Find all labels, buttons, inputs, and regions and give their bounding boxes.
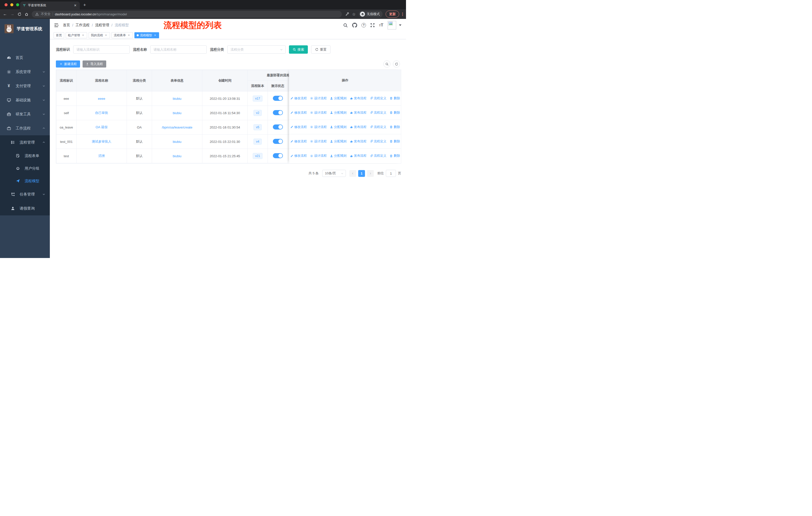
prev-page-button[interactable] xyxy=(349,170,356,177)
sidebar-item-user-group[interactable]: 用户分组 xyxy=(0,162,50,174)
next-page-button[interactable] xyxy=(367,170,374,177)
sidebar-item-workflow[interactable]: 工作流程 xyxy=(0,121,50,135)
minimize-window-button[interactable] xyxy=(10,3,13,6)
form-info-link[interactable]: biubiu xyxy=(173,154,181,158)
close-window-button[interactable] xyxy=(4,3,7,6)
new-tab-button[interactable]: + xyxy=(83,2,86,8)
avatar-caret-icon[interactable] xyxy=(399,24,402,26)
form-info-link[interactable]: biubiu xyxy=(173,97,181,101)
action-delete[interactable]: 删除 xyxy=(389,96,400,101)
close-icon[interactable]: × xyxy=(127,33,130,37)
reload-icon[interactable] xyxy=(18,12,21,16)
search-button[interactable]: 搜索 xyxy=(289,45,308,54)
page-number-button[interactable]: 1 xyxy=(358,170,365,177)
action-design-process[interactable]: 设计流程 xyxy=(310,125,327,129)
address-bar[interactable]: 不安全 dashboard.yudao.iocoder.cn/bpm/manag… xyxy=(32,11,342,18)
action-assign-rule[interactable]: 分配规则 xyxy=(330,111,347,115)
toggle-search-button[interactable] xyxy=(383,60,390,67)
avatar[interactable] xyxy=(388,21,396,29)
action-edit-process[interactable]: 修改流程 xyxy=(290,111,307,115)
tag-process-model[interactable]: 流程模型× xyxy=(135,32,159,38)
tag-tenant-mgmt[interactable]: 租户管理× xyxy=(66,32,87,38)
action-publish-process[interactable]: 发布流程 xyxy=(350,139,367,144)
breadcrumb-workflow[interactable]: 工作流程 xyxy=(76,23,90,27)
fullscreen-icon[interactable] xyxy=(370,23,375,27)
sidebar-item-home[interactable]: 首页 xyxy=(0,51,50,65)
sidebar-item-devtools[interactable]: 研发工具 xyxy=(0,107,50,121)
sidebar-collapse-icon[interactable] xyxy=(54,23,59,28)
key-icon[interactable] xyxy=(345,12,349,16)
sidebar-item-process-model[interactable]: 流程模型 xyxy=(0,174,50,187)
action-delete[interactable]: 删除 xyxy=(389,111,400,115)
active-toggle[interactable] xyxy=(273,110,283,115)
sidebar-item-payment[interactable]: ¥ 支付管理 xyxy=(0,79,50,93)
action-process-definition[interactable]: 流程定义 xyxy=(370,154,386,158)
process-name-link[interactable]: eeee xyxy=(98,97,105,101)
sidebar-item-process-mgmt[interactable]: 流程管理 xyxy=(0,135,50,150)
action-process-definition[interactable]: 流程定义 xyxy=(370,96,386,101)
action-publish-process[interactable]: 发布流程 xyxy=(350,96,367,101)
search-icon[interactable] xyxy=(343,23,348,28)
action-assign-rule[interactable]: 分配规则 xyxy=(330,125,347,129)
process-name-input[interactable] xyxy=(150,45,207,54)
security-label[interactable]: 不安全 xyxy=(41,12,51,17)
action-assign-rule[interactable]: 分配规则 xyxy=(330,139,347,144)
forward-icon[interactable]: → xyxy=(10,12,14,16)
breadcrumb-home[interactable]: 首页 xyxy=(63,23,70,27)
action-edit-process[interactable]: 修改流程 xyxy=(290,139,307,144)
breadcrumb-process-mgmt[interactable]: 流程管理 xyxy=(95,23,109,27)
url-text[interactable]: dashboard.yudao.iocoder.cn/bpm/manager/m… xyxy=(55,12,127,16)
action-design-process[interactable]: 设计流程 xyxy=(310,111,327,115)
active-toggle[interactable] xyxy=(273,139,283,144)
action-design-process[interactable]: 设计流程 xyxy=(310,96,327,101)
form-info-link[interactable]: biubiu xyxy=(173,140,181,144)
tag-home[interactable]: 首页 xyxy=(54,32,64,38)
version-badge[interactable]: v4 xyxy=(254,139,262,145)
action-assign-rule[interactable]: 分配规则 xyxy=(330,96,347,101)
process-name-link[interactable]: OA 请假 xyxy=(96,125,108,129)
home-icon[interactable] xyxy=(25,12,28,16)
process-name-link[interactable]: 自己审批 xyxy=(95,111,108,115)
close-icon[interactable]: × xyxy=(104,33,108,37)
action-publish-process[interactable]: 发布流程 xyxy=(350,125,367,129)
form-info-link[interactable]: biubiu xyxy=(173,111,181,115)
sidebar-item-task-mgmt[interactable]: 任务管理 xyxy=(0,187,50,201)
help-icon[interactable]: ? xyxy=(361,23,366,27)
action-edit-process[interactable]: 修改流程 xyxy=(290,96,307,101)
action-design-process[interactable]: 设计流程 xyxy=(310,139,327,144)
import-process-button[interactable]: 导入流程 xyxy=(83,60,106,67)
version-badge[interactable]: v17 xyxy=(253,96,263,102)
zoom-window-button[interactable] xyxy=(16,3,19,6)
process-name-link[interactable]: 测试多审批人 xyxy=(92,140,112,143)
bookmark-star-icon[interactable]: ☆ xyxy=(352,12,356,17)
action-assign-rule[interactable]: 分配规则 xyxy=(330,154,347,158)
action-design-process[interactable]: 设计流程 xyxy=(310,154,327,158)
version-badge[interactable]: v21 xyxy=(253,153,263,159)
form-info-link[interactable]: /bpm/oa/leave/create xyxy=(162,126,192,129)
action-process-definition[interactable]: 流程定义 xyxy=(370,111,386,115)
action-publish-process[interactable]: 发布流程 xyxy=(350,111,367,115)
sidebar-item-infra[interactable]: 基础设施 xyxy=(0,93,50,107)
action-publish-process[interactable]: 发布流程 xyxy=(350,154,367,158)
active-toggle[interactable] xyxy=(273,153,283,158)
action-delete[interactable]: 删除 xyxy=(389,139,400,144)
active-toggle[interactable] xyxy=(273,125,283,130)
font-size-icon[interactable]: TT xyxy=(379,23,383,28)
category-select[interactable]: 流程分类 xyxy=(227,45,286,54)
github-icon[interactable] xyxy=(352,23,357,28)
process-name-link[interactable]: 滔博 xyxy=(98,154,105,158)
goto-page-input[interactable] xyxy=(386,170,396,177)
tag-my-process[interactable]: 我的流程× xyxy=(89,32,110,38)
action-edit-process[interactable]: 修改流程 xyxy=(290,125,307,129)
sidebar-item-process-form[interactable]: 流程表单 xyxy=(0,150,50,162)
browser-menu-icon[interactable] xyxy=(402,12,403,16)
version-badge[interactable]: v2 xyxy=(254,110,262,116)
action-process-definition[interactable]: 流程定义 xyxy=(370,125,386,129)
browser-tab[interactable]: 芋道管理系统 ✕ xyxy=(20,1,80,9)
action-process-definition[interactable]: 流程定义 xyxy=(370,139,386,144)
update-button[interactable]: 更新 xyxy=(386,10,399,18)
process-key-input[interactable] xyxy=(73,45,129,54)
back-icon[interactable]: ← xyxy=(3,12,7,16)
action-edit-process[interactable]: 修改流程 xyxy=(290,154,307,158)
tag-process-form[interactable]: 流程表单× xyxy=(112,32,133,38)
